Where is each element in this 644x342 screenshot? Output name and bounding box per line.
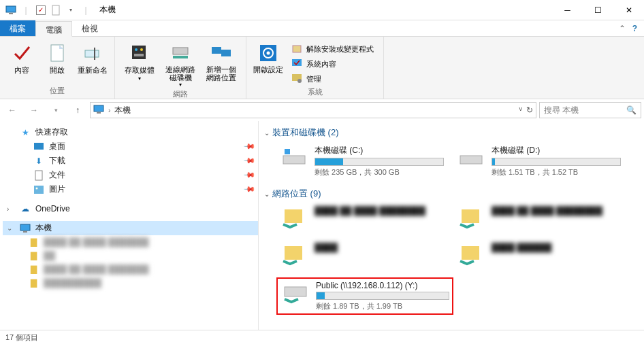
open-settings-button[interactable]: 開啟設定 xyxy=(253,39,283,86)
nav-desktop[interactable]: 桌面 📌 xyxy=(16,139,258,154)
group-network-label: 網路 xyxy=(122,88,239,101)
search-icon: 🔍 xyxy=(626,105,637,115)
forward-button[interactable]: → xyxy=(25,101,44,119)
chevron-down-icon: ⌄ xyxy=(264,190,270,198)
nav-quick-access[interactable]: ★ 快速存取 xyxy=(3,125,258,139)
chevron-right-icon: › xyxy=(7,205,15,213)
add-network-location-button[interactable]: 新增一個網路位置 xyxy=(204,39,239,88)
pin-icon: 📌 xyxy=(242,169,255,182)
properties-button[interactable]: 內容 xyxy=(7,39,37,84)
network-location-2[interactable]: ████ ██ ████ ████████ xyxy=(453,204,624,233)
svg-rect-31 xyxy=(460,156,482,164)
folder-icon: ▇ xyxy=(27,250,39,261)
address-dropdown-icon[interactable]: v xyxy=(519,105,523,115)
svg-rect-32 xyxy=(285,209,302,223)
breadcrumb-root[interactable]: 本機 xyxy=(114,105,131,116)
tab-file[interactable]: 檔案 xyxy=(0,20,35,36)
nav-child-2[interactable]: ▇██ xyxy=(3,249,258,262)
pin-icon: 📌 xyxy=(242,154,255,167)
pc-icon xyxy=(19,223,31,234)
title-bar: | ✓ ▾ | 本機 ─ ☐ ✕ xyxy=(0,0,644,20)
rename-button[interactable]: 重新命名 xyxy=(78,39,108,84)
nav-bar: ← → ▾ ↑ › 本機 v ↻ 搜尋 本機 🔍 xyxy=(0,99,644,121)
pin-icon: 📌 xyxy=(242,183,255,196)
network-location-4[interactable]: ████ ██████ xyxy=(453,241,624,269)
system-properties-item[interactable]: 系統內容 xyxy=(289,57,376,71)
qat-properties-icon[interactable]: ✓ xyxy=(34,3,48,17)
nav-pictures[interactable]: 圖片 📌 xyxy=(16,182,258,196)
up-button[interactable]: ↑ xyxy=(68,101,87,119)
svg-rect-0 xyxy=(6,6,16,12)
svg-rect-12 xyxy=(212,47,221,54)
drive-d[interactable]: 本機磁碟 (D:) 剩餘 1.51 TB，共 1.52 TB xyxy=(453,143,624,179)
usage-bar xyxy=(492,158,621,166)
nav-this-pc[interactable]: ⌄ 本機 xyxy=(3,221,258,235)
qat-new-icon[interactable] xyxy=(49,3,63,17)
section-network[interactable]: ⌄ 網路位置 (9) xyxy=(264,186,639,204)
svg-point-16 xyxy=(267,52,270,55)
search-placeholder: 搜尋 本機 xyxy=(544,105,579,116)
drive-c[interactable]: 本機磁碟 (C:) 剩餘 235 GB，共 300 GB xyxy=(276,143,447,179)
pin-icon: 📌 xyxy=(242,140,255,153)
nav-downloads[interactable]: ⬇ 下載 📌 xyxy=(16,154,258,168)
nav-documents[interactable]: 文件 📌 xyxy=(16,168,258,182)
svg-rect-6 xyxy=(132,46,146,59)
ribbon: 內容 開啟 重新命名 位置 存取媒體▾ 連線網路磁碟機▾ xyxy=(0,37,644,99)
svg-rect-33 xyxy=(462,209,479,223)
close-button[interactable]: ✕ xyxy=(613,0,644,20)
desktop-icon xyxy=(33,141,45,152)
media-server-icon xyxy=(129,42,150,64)
navigation-pane: ★ 快速存取 桌面 📌 ⬇ 下載 📌 文件 📌 xyxy=(0,121,259,330)
recent-dropdown[interactable]: ▾ xyxy=(46,101,65,119)
access-media-button[interactable]: 存取媒體▾ xyxy=(122,39,157,88)
svg-rect-29 xyxy=(283,156,305,164)
box-icon xyxy=(291,43,302,55)
chevron-right-icon[interactable]: › xyxy=(108,107,110,114)
network-location-3[interactable]: ████ xyxy=(276,241,447,269)
svg-rect-1 xyxy=(9,13,13,14)
network-folder-icon xyxy=(279,206,309,230)
map-drive-button[interactable]: 連線網路磁碟機▾ xyxy=(163,39,198,88)
open-button[interactable]: 開啟 xyxy=(42,39,72,84)
network-drive-public[interactable]: Public (\\192.168.0.112) (Y:) 剩餘 1.89 TB… xyxy=(276,277,453,315)
network-location-1[interactable]: ████ ██ ████ ████████ xyxy=(276,204,447,233)
monitors-icon xyxy=(210,42,232,64)
minimize-button[interactable]: ─ xyxy=(552,0,583,20)
nav-child-4[interactable]: ▇██████████ xyxy=(3,276,258,290)
cloud-icon: ☁ xyxy=(19,203,31,214)
network-drive-icon xyxy=(280,281,310,305)
help-icon[interactable]: ? xyxy=(632,24,637,33)
svg-point-8 xyxy=(140,48,143,51)
documents-icon xyxy=(33,170,45,181)
nav-onedrive[interactable]: › ☁ OneDrive xyxy=(3,202,258,216)
network-folder-icon xyxy=(279,243,309,267)
app-icon xyxy=(4,3,18,17)
svg-rect-36 xyxy=(285,287,306,296)
qat-dropdown-icon[interactable]: ▾ xyxy=(64,3,78,17)
maximize-button[interactable]: ☐ xyxy=(583,0,613,20)
address-bar[interactable]: › 本機 v ↻ xyxy=(90,102,536,118)
svg-rect-35 xyxy=(462,246,479,260)
manage-item[interactable]: 管理 xyxy=(289,72,376,86)
svg-rect-2 xyxy=(52,5,59,15)
back-button[interactable]: ← xyxy=(3,101,22,119)
tab-computer[interactable]: 電腦 xyxy=(35,21,72,37)
nav-child-3[interactable]: ▇████ ██ ████ ███████ xyxy=(3,262,258,276)
search-input[interactable]: 搜尋 本機 🔍 xyxy=(539,102,641,118)
refresh-icon[interactable]: ↻ xyxy=(526,105,533,115)
svg-rect-5 xyxy=(94,48,95,60)
folder-icon: ▇ xyxy=(27,237,39,247)
section-devices[interactable]: ⌄ 裝置和磁碟機 (2) xyxy=(264,125,639,143)
network-folder-icon xyxy=(456,206,486,230)
group-location-label: 位置 xyxy=(7,84,108,97)
uninstall-programs-item[interactable]: 解除安裝或變更程式 xyxy=(289,42,376,56)
ribbon-collapse-icon[interactable]: ⌃ xyxy=(619,24,626,33)
tab-view[interactable]: 檢視 xyxy=(72,20,108,36)
chevron-down-icon: ⌄ xyxy=(7,224,15,232)
nav-child-1[interactable]: ▇████ ██ ████ ███████ xyxy=(3,235,258,249)
hdd-icon xyxy=(279,145,309,169)
network-drive-icon xyxy=(170,42,191,64)
svg-rect-17 xyxy=(293,46,301,52)
window-title: 本機 xyxy=(99,4,116,16)
download-icon: ⬇ xyxy=(33,156,45,167)
